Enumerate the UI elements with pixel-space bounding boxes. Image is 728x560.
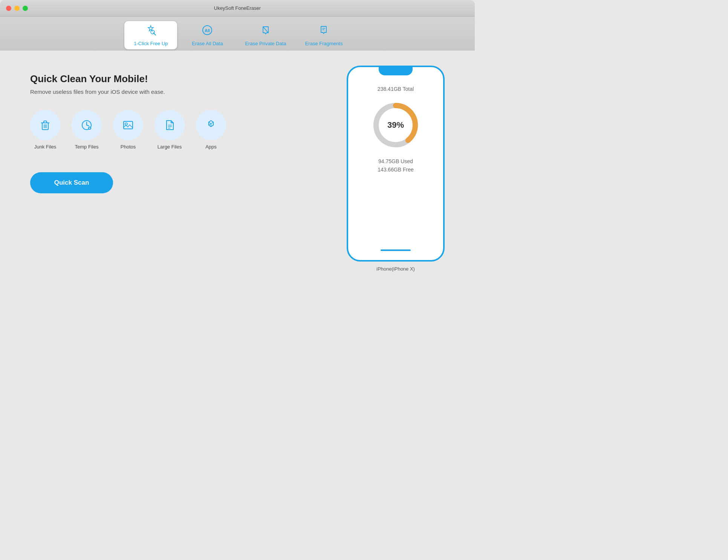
main-content: Quick Clean Your Mobile! Remove useless …	[0, 50, 475, 305]
svg-line-4	[263, 27, 268, 33]
storage-info: 94.75GB Used 143.66GB Free	[378, 158, 414, 173]
title-bar: UkeySoft FoneEraser	[0, 0, 475, 17]
donut-percent: 39%	[387, 120, 404, 130]
apps-icon	[196, 110, 226, 140]
phone-content: 238.41GB Total 39% 94.75GB Used 143.66GB…	[356, 86, 436, 173]
photos-label: Photos	[121, 144, 136, 150]
temp-files-icon	[72, 110, 102, 140]
feature-junk-files[interactable]: Junk Files	[30, 110, 60, 150]
large-files-label: Large Files	[158, 144, 182, 150]
close-button[interactable]	[6, 6, 11, 11]
home-indicator	[381, 249, 411, 251]
svg-line-0	[153, 33, 156, 35]
tab-one-click-label: 1-Click Free Up	[134, 41, 168, 46]
device-name: iPhone(iPhone X)	[376, 266, 415, 272]
svg-line-14	[87, 125, 89, 126]
svg-point-19	[125, 123, 127, 125]
apps-label: Apps	[205, 144, 217, 150]
left-panel: Quick Clean Your Mobile! Remove useless …	[30, 73, 332, 193]
feature-photos[interactable]: Photos	[113, 110, 143, 150]
svg-point-1	[151, 30, 154, 34]
right-panel: 238.41GB Total 39% 94.75GB Used 143.66GB…	[347, 66, 445, 272]
tab-erase-all-label: Erase All Data	[192, 41, 223, 46]
window-controls	[6, 6, 28, 11]
erase-all-icon: All	[202, 24, 213, 38]
svg-text:All: All	[205, 28, 210, 33]
quick-scan-button[interactable]: Quick Scan	[30, 172, 113, 193]
donut-chart: 39%	[369, 99, 422, 151]
feature-temp-files[interactable]: Temp Files	[72, 110, 102, 150]
large-files-icon	[154, 110, 185, 140]
junk-files-icon	[30, 110, 60, 140]
erase-private-icon	[260, 24, 271, 38]
maximize-button[interactable]	[23, 6, 28, 11]
tab-erase-private-data[interactable]: Erase Private Data	[237, 21, 294, 49]
feature-apps[interactable]: Apps	[196, 110, 226, 150]
subtext: Remove useless files from your iOS devic…	[30, 89, 332, 95]
minimize-button[interactable]	[14, 6, 20, 11]
feature-large-files[interactable]: Large Files	[154, 110, 185, 150]
tab-erase-private-label: Erase Private Data	[245, 41, 286, 46]
junk-files-label: Junk Files	[34, 144, 57, 150]
tab-erase-fragments-label: Erase Fragments	[305, 41, 343, 46]
tab-one-click-free-up[interactable]: 1-Click Free Up	[124, 21, 177, 49]
svg-rect-18	[124, 121, 133, 129]
erase-fragments-icon	[318, 24, 330, 38]
storage-total: 238.41GB Total	[378, 86, 414, 92]
one-click-icon	[145, 24, 156, 38]
phone-notch	[379, 67, 413, 75]
tab-erase-all-data[interactable]: All Erase All Data	[181, 21, 234, 49]
photos-icon	[113, 110, 143, 140]
window-title: UkeySoft FoneEraser	[214, 5, 261, 11]
temp-files-label: Temp Files	[75, 144, 99, 150]
features-row: Junk Files Temp Files	[30, 110, 332, 150]
headline: Quick Clean Your Mobile!	[30, 73, 332, 85]
storage-used: 94.75GB Used	[378, 158, 413, 164]
phone-frame: 238.41GB Total 39% 94.75GB Used 143.66GB…	[347, 66, 445, 262]
tab-erase-fragments[interactable]: Erase Fragments	[298, 21, 350, 49]
storage-free: 143.66GB Free	[378, 167, 414, 173]
tab-bar: 1-Click Free Up All Erase All Data Erase…	[0, 17, 475, 50]
